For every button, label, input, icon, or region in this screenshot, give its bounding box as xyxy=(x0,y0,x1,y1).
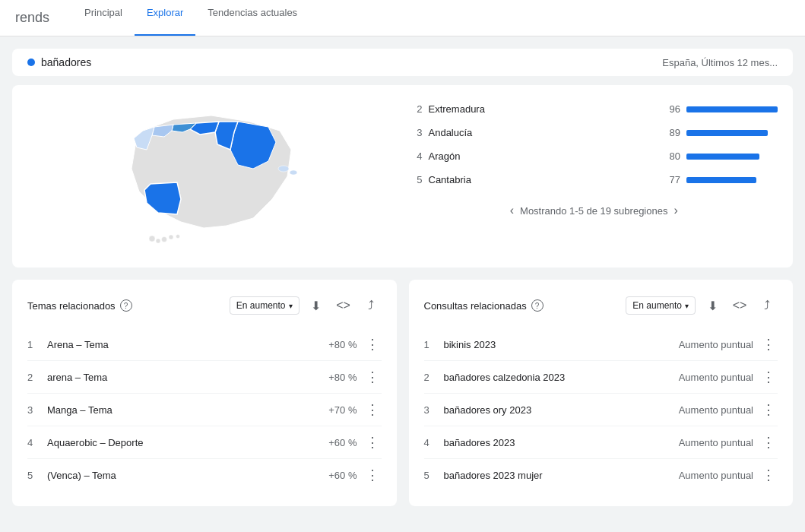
region-bar-container xyxy=(686,130,778,136)
svg-point-0 xyxy=(149,236,155,242)
download-button[interactable]: ⬇ xyxy=(306,295,327,316)
more-options-button[interactable]: ⋮ xyxy=(363,369,382,385)
more-options-button[interactable]: ⋮ xyxy=(759,401,778,418)
help-icon[interactable]: ? xyxy=(531,299,544,312)
item-value: +80 % xyxy=(328,339,357,350)
item-rank: 5 xyxy=(424,470,436,481)
item-value: +60 % xyxy=(328,437,357,448)
list-item: 4 bañadores 2023 Aumento puntual ⋮ xyxy=(424,426,778,459)
panel-header: Temas relacionados ? En aumento ▾ ⬇ <> ⤴ xyxy=(27,295,382,316)
region-name: Aragón xyxy=(429,150,652,162)
region-bar-container xyxy=(686,177,778,183)
item-value: Aumento puntual xyxy=(679,339,753,350)
share-button[interactable]: ⤴ xyxy=(756,295,778,316)
search-term-display: bañadores xyxy=(27,56,91,68)
region-rank: 2 xyxy=(410,103,423,115)
item-rank: 4 xyxy=(424,437,436,448)
next-page-button[interactable]: › xyxy=(673,204,677,217)
more-options-button[interactable]: ⋮ xyxy=(363,401,382,418)
download-button[interactable]: ⬇ xyxy=(702,295,723,316)
region-name: Cantabria xyxy=(429,174,652,185)
panel-controls: En aumento ▾ ⬇ <> ⤴ xyxy=(626,295,778,316)
svg-point-5 xyxy=(278,166,289,172)
region-rank: 4 xyxy=(410,150,423,162)
list-item: 2 arena – Tema +80 % ⋮ xyxy=(27,361,382,394)
region-name: Andalucía xyxy=(429,127,652,138)
logo: rends xyxy=(15,10,49,26)
more-options-button[interactable]: ⋮ xyxy=(363,434,382,451)
item-rank: 4 xyxy=(27,437,40,448)
item-name: bañadores calzedonia 2023 xyxy=(444,372,679,383)
search-term-label: bañadores xyxy=(41,56,91,68)
svg-point-2 xyxy=(161,237,166,242)
item-rank: 3 xyxy=(424,404,436,416)
item-value: Aumento puntual xyxy=(679,404,753,416)
item-value: Aumento puntual xyxy=(679,372,753,383)
share-button[interactable]: ⤴ xyxy=(360,295,382,316)
region-bar xyxy=(686,154,759,160)
filter-label: En aumento xyxy=(632,300,682,311)
item-name: Aquaerobic – Deporte xyxy=(47,437,328,448)
related-topics-panel: Temas relacionados ? En aumento ▾ ⬇ <> ⤴… xyxy=(12,280,397,506)
more-options-button[interactable]: ⋮ xyxy=(759,336,778,353)
region-item: 2 Extremadura 96 xyxy=(410,100,778,118)
item-value: +60 % xyxy=(328,470,357,481)
list-item: 5 bañadores 2023 mujer Aumento puntual ⋮ xyxy=(424,459,778,491)
bottom-panels: Temas relacionados ? En aumento ▾ ⬇ <> ⤴… xyxy=(12,280,793,506)
svg-point-3 xyxy=(169,235,173,239)
item-rank: 1 xyxy=(424,339,436,350)
item-rank: 2 xyxy=(27,372,40,383)
region-item: 5 Cantabria 77 xyxy=(410,171,778,188)
embed-button[interactable]: <> xyxy=(333,295,354,316)
filter-dropdown[interactable]: En aumento ▾ xyxy=(230,296,299,315)
more-options-button[interactable]: ⋮ xyxy=(363,467,382,483)
region-score: 96 xyxy=(658,103,680,115)
item-name: bañadores 2023 mujer xyxy=(444,470,679,481)
item-name: arena – Tema xyxy=(47,372,328,383)
svg-point-1 xyxy=(156,239,160,243)
panel-title: Consultas relacionadas xyxy=(424,300,527,312)
filter-label: En aumento xyxy=(236,300,286,311)
item-rank: 1 xyxy=(27,339,40,350)
more-options-button[interactable]: ⋮ xyxy=(759,434,778,451)
list-item: 2 bañadores calzedonia 2023 Aumento punt… xyxy=(424,361,778,394)
item-rank: 3 xyxy=(27,404,40,416)
item-value: +80 % xyxy=(328,372,357,383)
help-icon[interactable]: ? xyxy=(120,299,132,312)
region-bar xyxy=(686,130,768,136)
nav-tabs: Principal Explorar Tendencias actuales xyxy=(72,0,309,36)
map-region-card: 2 Extremadura 96 3 Andalucía 89 4 Aragón… xyxy=(12,85,793,268)
item-name: Manga – Tema xyxy=(47,404,328,416)
region-score: 77 xyxy=(658,174,680,185)
region-item: 3 Andalucía 89 xyxy=(410,124,778,141)
prev-page-button[interactable]: ‹ xyxy=(510,204,514,217)
location-period: España, Últimos 12 mes... xyxy=(662,57,778,68)
dropdown-arrow-icon: ▾ xyxy=(289,302,293,310)
embed-button[interactable]: <> xyxy=(729,295,750,316)
tab-tendencias[interactable]: Tendencias actuales xyxy=(195,0,309,36)
region-rank: 3 xyxy=(410,127,423,138)
tab-explorar[interactable]: Explorar xyxy=(135,0,195,36)
tab-principal[interactable]: Principal xyxy=(72,0,135,36)
item-name: bañadores 2023 xyxy=(444,437,679,448)
pagination: ‹ Mostrando 1-5 de 19 subregiones › xyxy=(410,204,778,217)
filter-dropdown[interactable]: En aumento ▾ xyxy=(626,296,696,315)
panel-title: Temas relacionados xyxy=(27,300,116,312)
spain-map xyxy=(105,100,318,252)
more-options-button[interactable]: ⋮ xyxy=(759,369,778,385)
more-options-button[interactable]: ⋮ xyxy=(363,336,382,353)
list-item: 3 bañadores ory 2023 Aumento puntual ⋮ xyxy=(424,394,778,426)
region-score: 89 xyxy=(658,127,680,138)
item-name: bikinis 2023 xyxy=(444,339,679,350)
search-bar: bañadores España, Últimos 12 mes... xyxy=(12,49,793,76)
more-options-button[interactable]: ⋮ xyxy=(759,467,778,483)
list-item: 4 Aquaerobic – Deporte +60 % ⋮ xyxy=(27,426,382,459)
region-list: 2 Extremadura 96 3 Andalucía 89 4 Aragón… xyxy=(410,100,778,252)
list-item: 3 Manga – Tema +70 % ⋮ xyxy=(27,394,382,426)
list-item: 1 bikinis 2023 Aumento puntual ⋮ xyxy=(424,328,778,361)
map-section xyxy=(27,100,395,252)
related-queries-panel: Consultas relacionadas ? En aumento ▾ ⬇ … xyxy=(409,280,794,506)
region-bar-container xyxy=(686,154,778,160)
item-rank: 2 xyxy=(424,372,436,383)
header: rends Principal Explorar Tendencias actu… xyxy=(0,0,805,36)
